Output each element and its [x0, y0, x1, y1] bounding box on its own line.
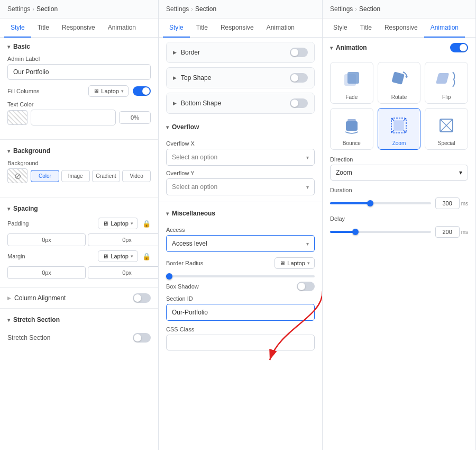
css-class-input[interactable] [166, 335, 315, 350]
overflow-y-label: Overflow Y [166, 170, 315, 176]
padding-label: Padding [7, 220, 29, 227]
access-select[interactable]: Access level ▾ [166, 235, 315, 252]
fill-columns-chevron: ▾ [121, 88, 124, 94]
stretch-section-header[interactable]: ▾ Stretch Section [0, 311, 158, 329]
margin-device[interactable]: 🖥 Laptop ▾ [98, 250, 138, 262]
basic-section-header[interactable]: ▾ Basic [0, 38, 158, 56]
delay-input-wrap: ms [435, 226, 468, 238]
right-tab-title[interactable]: Title [354, 19, 378, 38]
background-type-row: Background ⊘ Color Image Gradient Video [7, 160, 151, 183]
mid-tab-style[interactable]: Style [163, 19, 190, 38]
animation-header[interactable]: ▾ Animation [323, 38, 475, 58]
admin-label-input[interactable] [7, 64, 151, 80]
animation-toggle[interactable] [450, 43, 468, 52]
padding-device-label: Laptop [111, 220, 129, 227]
box-shadow-toggle[interactable] [297, 282, 315, 291]
padding-top[interactable] [7, 233, 86, 246]
fill-columns-device[interactable]: 🖥 Laptop ▾ [88, 85, 129, 97]
overflow-y-chevron-icon: ▾ [306, 184, 309, 190]
duration-input[interactable] [435, 197, 460, 209]
border-header-left: ▶ Border [173, 49, 200, 56]
flip-icon [435, 68, 458, 91]
left-breadcrumb-settings: Settings [7, 5, 30, 13]
text-opacity-input[interactable] [119, 111, 151, 124]
duration-slider-track[interactable] [330, 202, 431, 204]
border-radius-device[interactable]: 🖥 Laptop ▾ [274, 257, 315, 269]
fill-columns-toggle[interactable] [133, 86, 151, 96]
bottom-shape-toggle-knob [291, 100, 298, 107]
overflow-x-select[interactable]: Select an option ▾ [166, 149, 315, 166]
overflow-y-select[interactable]: Select an option ▾ [166, 178, 315, 195]
right-tabs: Style Title Responsive Animation [323, 19, 475, 38]
margin-right[interactable] [88, 266, 159, 279]
bottom-shape-toggle[interactable] [290, 98, 308, 108]
stretch-knob [134, 334, 141, 341]
anim-card-flip[interactable]: Flip [425, 62, 468, 104]
fill-columns-label: Fill Columns [7, 88, 40, 94]
anim-card-bounce[interactable]: Bounce [330, 108, 373, 150]
animation-arrow-icon: ▾ [330, 45, 333, 51]
svg-rect-2 [347, 72, 359, 84]
left-tab-title[interactable]: Title [31, 19, 56, 38]
border-toggle[interactable] [290, 48, 308, 57]
stretch-toggle[interactable] [133, 333, 151, 343]
stretch-sub-label: Stretch Section [7, 334, 50, 341]
anim-card-special[interactable]: Special [425, 108, 468, 150]
css-class-label: CSS Class [166, 326, 315, 332]
left-tab-style[interactable]: Style [4, 19, 31, 38]
bg-btn-color[interactable]: Color [31, 170, 59, 182]
right-tab-responsive[interactable]: Responsive [378, 19, 424, 38]
column-alignment-label: Column Alignment [14, 294, 66, 302]
admin-label-row: Admin Label [7, 56, 151, 80]
text-color-input[interactable] [31, 110, 116, 125]
right-tab-style[interactable]: Style [327, 19, 354, 38]
anim-card-rotate[interactable]: Rotate [378, 62, 421, 104]
mid-breadcrumb-settings: Settings [166, 5, 189, 13]
anim-card-fade[interactable]: Fade [330, 62, 373, 104]
background-section-header[interactable]: ▾ Background [0, 142, 158, 160]
bg-btn-gradient[interactable]: Gradient [92, 170, 121, 182]
text-color-swatch[interactable] [7, 110, 28, 125]
padding-right[interactable] [88, 233, 159, 246]
delay-slider-fill [330, 231, 355, 233]
spacing-section-header[interactable]: ▾ Spacing [0, 200, 158, 218]
border-radius-slider-row [166, 273, 315, 282]
anim-card-zoom[interactable]: Zoom [378, 108, 421, 150]
mid-tab-responsive[interactable]: Responsive [214, 19, 260, 38]
mid-tab-animation[interactable]: Animation [260, 19, 301, 38]
misc-header[interactable]: ▾ Miscellaneous [159, 204, 322, 222]
margin-top[interactable] [7, 266, 86, 279]
bg-btn-video[interactable]: Video [122, 170, 151, 182]
mid-tab-title[interactable]: Title [190, 19, 214, 38]
delay-input[interactable] [435, 226, 460, 238]
admin-label-label: Admin Label [7, 56, 151, 62]
padding-lock-icon[interactable]: 🔒 [142, 220, 151, 228]
misc-content: Access Access level ▾ Border Radius 🖥 La… [159, 222, 322, 360]
left-tab-animation[interactable]: Animation [102, 19, 142, 38]
delay-slider-track[interactable] [330, 231, 431, 233]
flip-label: Flip [442, 94, 451, 100]
svg-rect-3 [392, 71, 405, 84]
overflow-header[interactable]: ▾ Overflow [159, 118, 322, 136]
right-tab-animation[interactable]: Animation [424, 19, 465, 38]
padding-device[interactable]: 🖥 Laptop ▾ [98, 218, 138, 229]
top-shape-header[interactable]: ▶ Top Shape [167, 68, 314, 88]
background-section-label: Background [13, 147, 50, 155]
column-alignment-knob [134, 294, 141, 302]
column-alignment-toggle[interactable] [133, 293, 151, 303]
border-accordion-header[interactable]: ▶ Border [167, 42, 314, 62]
margin-lock-icon[interactable]: 🔒 [142, 253, 151, 260]
animation-grid: Fade Rotate Flip [323, 58, 475, 154]
left-tab-responsive[interactable]: Responsive [56, 19, 102, 38]
mid-tabs: Style Title Responsive Animation [159, 19, 322, 38]
bottom-shape-header[interactable]: ▶ Bottom Shape [167, 93, 314, 113]
bg-btn-image[interactable]: Image [61, 170, 90, 182]
direction-select[interactable]: Zoom ▾ [330, 165, 468, 181]
border-radius-slider-track[interactable] [166, 275, 315, 277]
top-shape-toggle[interactable] [290, 73, 308, 83]
background-slash-icon[interactable]: ⊘ [7, 168, 28, 183]
stretch-section-label: Stretch Section [13, 316, 60, 323]
bg-type-buttons: Color Image Gradient Video [31, 170, 151, 182]
section-id-input[interactable] [166, 304, 315, 321]
misc-arrow-icon: ▾ [166, 211, 169, 217]
